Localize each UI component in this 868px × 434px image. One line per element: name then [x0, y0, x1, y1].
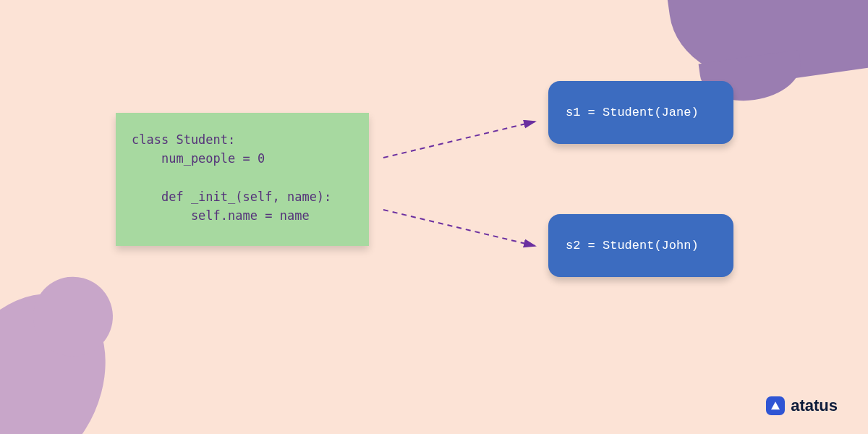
code-line-4: def _init_(self, name): — [132, 190, 331, 204]
instance-box-s2: s2 = Student(John) — [548, 214, 733, 277]
decor-blob-top-right — [667, 0, 868, 94]
instance-box-s1: s1 = Student(Jane) — [548, 81, 733, 144]
code-line-1: class Student: — [132, 132, 235, 147]
decor-blob-bottom-left — [0, 274, 123, 434]
class-definition-code: class Student: num_people = 0 def _init_… — [116, 113, 369, 246]
brand-logo: atatus — [766, 396, 838, 415]
instance-code-s1: s1 = Student(Jane) — [566, 106, 699, 119]
instance-code-s2: s2 = Student(John) — [566, 239, 699, 252]
brand-logo-icon — [766, 396, 785, 415]
brand-name: atatus — [791, 396, 838, 415]
code-line-2: num_people = 0 — [132, 151, 265, 166]
code-line-5: self.name = name — [132, 208, 310, 223]
arrow-to-s2 — [383, 210, 535, 246]
arrow-to-s1 — [383, 122, 535, 158]
